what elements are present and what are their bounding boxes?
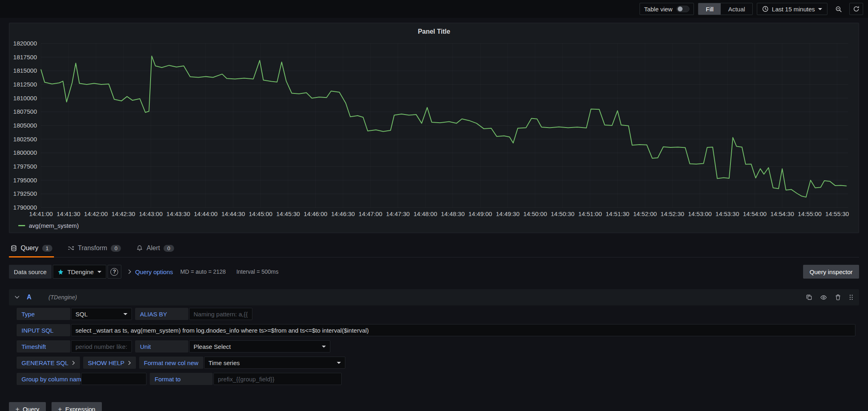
svg-text:1817500: 1817500 (13, 54, 37, 61)
toggle-visibility-icon[interactable] (820, 294, 827, 301)
delete-query-icon[interactable] (835, 294, 841, 301)
unit-label: Unit (135, 340, 188, 353)
add-expression-button[interactable]: + Expression (52, 402, 102, 411)
group-by-input[interactable] (81, 373, 146, 385)
svg-text:1795000: 1795000 (13, 177, 37, 184)
bell-icon (136, 245, 143, 251)
refresh-icon (853, 6, 859, 12)
format-select-value: Time series (209, 359, 240, 366)
plus-icon: + (15, 406, 19, 411)
timeshift-input[interactable] (71, 340, 132, 353)
legend-label[interactable]: avg(mem_system) (29, 222, 79, 229)
svg-text:14:54:30: 14:54:30 (770, 210, 794, 217)
svg-text:14:50:30: 14:50:30 (551, 210, 574, 217)
refresh-button[interactable] (849, 3, 863, 15)
toggle-knob (678, 6, 683, 11)
show-help-button[interactable]: SHOW HELP (83, 357, 136, 369)
type-select[interactable]: SQL (71, 308, 132, 320)
unit-select-value: Please Select (194, 343, 231, 350)
fill-actual-group: Fill Actual (698, 3, 753, 15)
svg-text:14:44:00: 14:44:00 (194, 210, 218, 217)
format-to-label: Format to (150, 373, 213, 385)
query-options-summary: MD = auto = 2128 Interval = 500ms (180, 268, 278, 275)
tab-alert[interactable]: Alert 0 (135, 241, 175, 257)
svg-text:14:42:00: 14:42:00 (84, 210, 108, 217)
chevron-right-icon (128, 361, 131, 365)
tab-transform-label: Transform (78, 244, 107, 252)
chevron-down-icon (123, 313, 127, 315)
svg-text:14:48:00: 14:48:00 (414, 210, 437, 217)
editor-tabs: Query 1 Transform 0 Alert 0 (9, 241, 859, 257)
svg-text:14:47:30: 14:47:30 (386, 210, 409, 217)
group-by-label: Group by column name(s) (17, 373, 80, 385)
topbar: Table view Fill Actual Last 15 minutes (0, 0, 868, 18)
type-label: Type (17, 308, 70, 320)
drag-handle-icon[interactable] (849, 294, 853, 301)
show-help-label: SHOW HELP (88, 359, 125, 366)
panel-title[interactable]: Panel Title (13, 26, 855, 38)
duplicate-query-icon[interactable] (806, 294, 812, 301)
chevron-down-icon (97, 271, 101, 273)
form-row-type-alias: Type SQL ALIAS BY (17, 308, 855, 320)
tab-transform[interactable]: Transform 0 (66, 241, 123, 257)
query-editor-form: Type SQL ALIAS BY INPUT SQL Timeshift Un… (17, 308, 855, 385)
form-row-input-sql: INPUT SQL (17, 324, 855, 336)
svg-text:14:47:00: 14:47:00 (359, 210, 382, 217)
interval-summary: Interval = 500ms (236, 268, 278, 275)
svg-text:14:55:30: 14:55:30 (825, 210, 849, 217)
table-view-label: Table view (644, 6, 672, 13)
svg-text:1797500: 1797500 (13, 163, 37, 170)
collapse-caret-icon (15, 296, 19, 299)
datasource-help-button[interactable]: ? (108, 265, 121, 279)
datasource-picker[interactable]: TDengine (53, 265, 106, 279)
timeshift-label: Timeshift (17, 340, 70, 353)
alias-by-input[interactable] (189, 308, 252, 320)
tab-transform-count: 0 (111, 245, 121, 252)
alias-by-label: ALIAS BY (135, 308, 188, 320)
zoom-out-button[interactable] (831, 3, 845, 15)
query-row-header[interactable]: A (TDengine) (9, 289, 859, 305)
svg-text:14:46:30: 14:46:30 (331, 210, 355, 217)
tab-query[interactable]: Query 1 (9, 241, 54, 257)
svg-text:1805000: 1805000 (13, 122, 37, 129)
add-query-button[interactable]: + Query (9, 402, 46, 411)
zoom-out-icon (835, 6, 842, 13)
svg-text:14:52:30: 14:52:30 (661, 210, 684, 217)
unit-select[interactable]: Please Select (189, 340, 330, 353)
type-select-value: SQL (75, 311, 88, 318)
timeseries-chart: 1790000179250017950001797500180000018025… (13, 38, 855, 221)
input-sql-field[interactable] (71, 324, 855, 336)
generate-sql-button[interactable]: GENERATE SQL (17, 357, 80, 369)
chevron-right-icon (128, 269, 131, 274)
svg-text:1810000: 1810000 (13, 95, 37, 102)
table-view-toggle[interactable] (676, 6, 689, 12)
format-select[interactable]: Time series (204, 357, 345, 369)
svg-text:1815000: 1815000 (13, 67, 37, 74)
help-icon: ? (110, 268, 118, 276)
tab-alert-count: 0 (164, 245, 174, 252)
datasource-value: TDengine (67, 268, 94, 275)
svg-text:14:55:00: 14:55:00 (798, 210, 821, 217)
fill-button[interactable]: Fill (698, 3, 721, 15)
svg-text:14:54:00: 14:54:00 (743, 210, 767, 217)
svg-text:14:41:30: 14:41:30 (57, 210, 80, 217)
svg-text:14:46:00: 14:46:00 (304, 210, 327, 217)
query-toolbar: Data source TDengine ? Query options MD … (9, 265, 859, 279)
database-icon (11, 245, 17, 251)
svg-text:1792500: 1792500 (13, 190, 37, 197)
time-range-label: Last 15 minutes (772, 6, 815, 13)
svg-text:14:48:30: 14:48:30 (441, 210, 465, 217)
svg-text:14:50:00: 14:50:00 (523, 210, 547, 217)
format-to-input[interactable] (213, 373, 342, 385)
svg-text:14:45:00: 14:45:00 (249, 210, 272, 217)
query-options-toggle[interactable]: Query options (128, 268, 173, 275)
generate-sql-label: GENERATE SQL (22, 359, 69, 366)
query-inspector-button[interactable]: Query inspector (803, 265, 859, 279)
svg-text:14:45:30: 14:45:30 (276, 210, 300, 217)
actual-button[interactable]: Actual (721, 3, 752, 15)
time-range-picker[interactable]: Last 15 minutes (757, 3, 827, 15)
svg-text:14:51:00: 14:51:00 (578, 210, 602, 217)
svg-text:14:53:00: 14:53:00 (688, 210, 712, 217)
svg-text:1790000: 1790000 (13, 204, 37, 211)
tdengine-logo-icon (58, 269, 64, 275)
